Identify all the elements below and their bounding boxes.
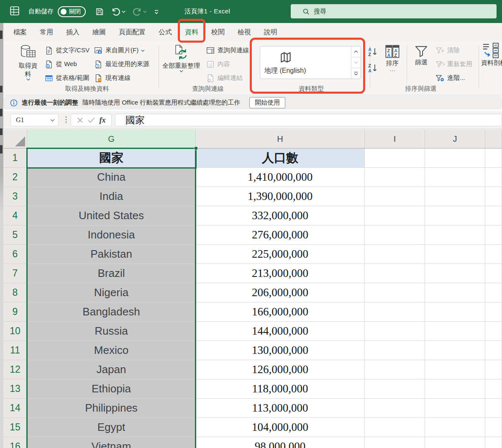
cell-empty[interactable] [425, 322, 485, 341]
column-header-partial[interactable] [485, 130, 502, 148]
tab-data[interactable]: 資料 [184, 28, 199, 42]
get-started-button[interactable]: 開始使用 [249, 97, 285, 108]
row-header-5[interactable]: 5 [3, 225, 27, 245]
cell-country-g13[interactable]: Ethiopia [27, 379, 196, 399]
cell-empty[interactable] [365, 148, 425, 168]
cell-country-g3[interactable]: India [27, 187, 196, 206]
cell-empty[interactable] [485, 437, 502, 448]
customize-toolbar-button[interactable] [154, 9, 159, 14]
cell-empty[interactable] [485, 360, 502, 379]
cell-country-g12[interactable]: Japan [27, 360, 196, 379]
search-input[interactable]: 搜尋 [291, 4, 497, 18]
row-header-9[interactable]: 9 [3, 302, 27, 322]
cell-population-h8[interactable]: 206,000,000 [196, 283, 365, 302]
existing-connections-button[interactable]: 現有連線 [94, 73, 149, 83]
gallery-more-button[interactable] [351, 68, 361, 79]
cell-empty[interactable] [365, 399, 425, 418]
tab-page-layout[interactable]: 頁面配置 [118, 28, 146, 42]
cell-country-g11[interactable]: Mexico [27, 341, 196, 360]
tab-formulas[interactable]: 公式 [158, 28, 173, 42]
queries-connections-button[interactable]: 查詢與連線 [206, 45, 249, 56]
cell-population-h13[interactable]: 118,000,000 [196, 379, 365, 399]
cell-empty[interactable] [365, 245, 425, 264]
cell-empty[interactable] [485, 168, 502, 187]
cell-country-g14[interactable]: Philippines [27, 399, 196, 418]
name-box[interactable]: G1 [10, 114, 59, 126]
cell-empty[interactable] [365, 168, 425, 187]
row-header-13[interactable]: 13 [3, 379, 27, 399]
cell-g1-active[interactable]: 國家 [27, 148, 196, 168]
cell-empty[interactable] [365, 360, 425, 379]
cell-empty[interactable] [365, 322, 425, 341]
cell-empty[interactable] [485, 225, 502, 245]
cell-population-h14[interactable]: 113,000,000 [196, 399, 365, 418]
row-header-4[interactable]: 4 [3, 206, 27, 225]
cell-empty[interactable] [485, 341, 502, 360]
cell-population-h5[interactable]: 276,000,000 [196, 225, 365, 245]
cell-empty[interactable] [425, 437, 485, 448]
from-table-range-button[interactable]: 從表格/範圍 [44, 73, 90, 83]
cell-population-h10[interactable]: 144,000,000 [196, 322, 365, 341]
cell-population-h11[interactable]: 130,000,000 [196, 341, 365, 360]
gallery-up-button[interactable] [351, 46, 361, 57]
sort-za-button[interactable]: ZA [367, 63, 378, 75]
cell-empty[interactable] [425, 302, 485, 322]
tab-draw[interactable]: 繪圖 [92, 28, 107, 42]
cell-empty[interactable] [485, 322, 502, 341]
cell-country-g6[interactable]: Pakistan [27, 245, 196, 264]
sort-az-button[interactable]: AZ [367, 46, 378, 59]
cell-empty[interactable] [365, 437, 425, 448]
cell-empty[interactable] [425, 283, 485, 302]
cell-empty[interactable] [425, 225, 485, 245]
filter-button[interactable]: 篩選 [410, 44, 432, 83]
cell-population-h12[interactable]: 126,000,000 [196, 360, 365, 379]
cell-empty[interactable] [425, 245, 485, 264]
cell-empty[interactable] [485, 148, 502, 168]
cell-population-h7[interactable]: 213,000,000 [196, 264, 365, 283]
row-header-8[interactable]: 8 [3, 283, 27, 302]
cell-empty[interactable] [485, 302, 502, 322]
cell-empty[interactable] [425, 379, 485, 399]
row-header-15[interactable]: 15 [3, 418, 27, 437]
select-all-button[interactable] [3, 130, 27, 148]
tab-help[interactable]: 說明 [263, 28, 278, 42]
recent-sources-button[interactable]: 最近使用的來源 [94, 59, 149, 69]
cell-empty[interactable] [425, 187, 485, 206]
column-header-j[interactable]: J [425, 130, 485, 148]
cell-empty[interactable] [485, 399, 502, 418]
cell-country-g9[interactable]: Bangladesh [27, 302, 196, 322]
cell-empty[interactable] [365, 264, 425, 283]
row-header-3[interactable]: 3 [3, 187, 27, 206]
insert-function-button[interactable]: fx [100, 116, 106, 125]
cell-empty[interactable] [365, 206, 425, 225]
cell-empty[interactable] [425, 360, 485, 379]
from-text-csv-button[interactable]: 從文字/CSV [44, 45, 90, 56]
cell-population-h6[interactable]: 225,000,000 [196, 245, 365, 264]
sort-button[interactable]: ZAAZ 排序 … [382, 44, 403, 83]
cell-country-g16[interactable]: Vietnam [27, 437, 196, 448]
row-header-16[interactable]: 16 [3, 437, 27, 448]
cell-empty[interactable] [485, 264, 502, 283]
row-header-14[interactable]: 14 [3, 399, 27, 418]
cell-country-g10[interactable]: Russia [27, 322, 196, 341]
undo-button[interactable] [111, 7, 126, 17]
cell-empty[interactable] [485, 283, 502, 302]
cell-empty[interactable] [365, 225, 425, 245]
row-header-2[interactable]: 2 [3, 168, 27, 187]
cell-population-h2[interactable]: 1,410,000,000 [196, 168, 365, 187]
cell-empty[interactable] [425, 168, 485, 187]
save-button[interactable] [95, 7, 104, 16]
row-header-11[interactable]: 11 [3, 341, 27, 360]
tab-review[interactable]: 校閱 [210, 28, 225, 42]
cell-country-g4[interactable]: United States [27, 206, 196, 225]
tab-file[interactable]: 檔案 [13, 28, 28, 42]
drag-handle-icon[interactable] [65, 116, 67, 123]
geography-gallery-item[interactable]: 地理 (English) [264, 67, 306, 75]
advanced-filter-button[interactable]: 進階... [435, 73, 472, 83]
row-header-12[interactable]: 12 [3, 360, 27, 379]
row-header-6[interactable]: 6 [3, 245, 27, 264]
cell-population-h3[interactable]: 1,390,000,000 [196, 187, 365, 206]
row-header-1[interactable]: 1 [3, 148, 27, 168]
cell-empty[interactable] [365, 418, 425, 437]
cell-population-h16[interactable]: 98,000,000 [196, 437, 365, 448]
